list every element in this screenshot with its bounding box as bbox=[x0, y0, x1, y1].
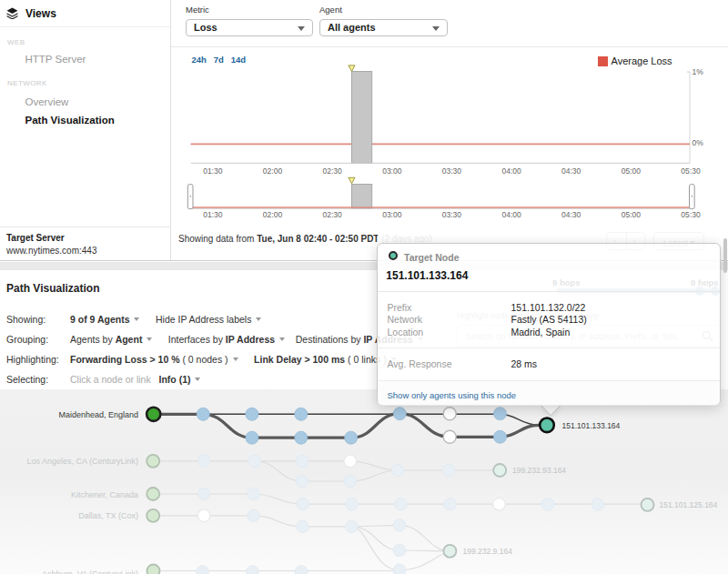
svg-text:05:30: 05:30 bbox=[681, 210, 701, 219]
svg-text:04:30: 04:30 bbox=[561, 166, 581, 176]
svg-text:04:00: 04:00 bbox=[501, 166, 521, 176]
svg-text:02:00: 02:00 bbox=[263, 210, 283, 219]
svg-text:199.232.9.164: 199.232.9.164 bbox=[463, 547, 513, 556]
svg-text:Kitchener, Canada: Kitchener, Canada bbox=[71, 490, 138, 499]
svg-text:03:30: 03:30 bbox=[442, 166, 462, 176]
svg-text:03:30: 03:30 bbox=[442, 210, 462, 219]
svg-text:01:30: 01:30 bbox=[203, 166, 223, 176]
svg-text:03:00: 03:00 bbox=[382, 166, 402, 176]
svg-text:199.232.93.164: 199.232.93.164 bbox=[512, 466, 566, 475]
svg-text:02:00: 02:00 bbox=[263, 166, 283, 176]
svg-text:04:30: 04:30 bbox=[561, 210, 581, 219]
svg-text:1%: 1% bbox=[693, 67, 704, 76]
svg-text:04:00: 04:00 bbox=[501, 210, 521, 219]
svg-text:05:00: 05:00 bbox=[622, 210, 642, 219]
svg-text:02:30: 02:30 bbox=[322, 210, 342, 219]
svg-text:Maidenhead, England: Maidenhead, England bbox=[58, 410, 138, 419]
svg-text:05:30: 05:30 bbox=[681, 166, 701, 176]
svg-text:03:00: 03:00 bbox=[382, 210, 402, 219]
svg-text:0%: 0% bbox=[693, 138, 704, 147]
svg-text:151.101.125.164: 151.101.125.164 bbox=[660, 500, 718, 509]
svg-text:02:30: 02:30 bbox=[322, 166, 342, 176]
svg-text:01:30: 01:30 bbox=[203, 210, 223, 219]
svg-text:Dallas, TX (Cox): Dallas, TX (Cox) bbox=[78, 511, 138, 520]
svg-text:Ashburn, VA (CenturyLink): Ashburn, VA (CenturyLink) bbox=[42, 569, 138, 574]
svg-text:Los Angeles, CA (CenturyLink): Los Angeles, CA (CenturyLink) bbox=[26, 457, 138, 466]
svg-text:05:00: 05:00 bbox=[622, 166, 642, 176]
svg-text:151.101.133.164: 151.101.133.164 bbox=[562, 421, 621, 430]
